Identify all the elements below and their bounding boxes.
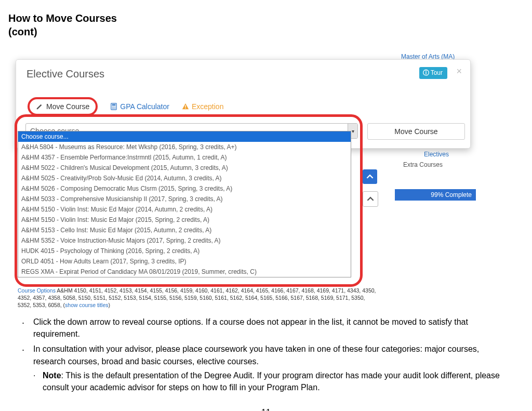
progress-bar: 99% Complete: [395, 189, 476, 201]
scroll-up-button-2[interactable]: [363, 191, 378, 207]
electives-link[interactable]: Electives: [424, 151, 449, 158]
dropdown-option[interactable]: HUDK 4015 - Psychology of Thinking (2016…: [18, 246, 351, 256]
dropdown-option[interactable]: A&HA 5804 - Museums as Resource: Met Wks…: [18, 142, 351, 152]
exception-link[interactable]: Exception: [182, 102, 223, 111]
tour-button[interactable]: Tour: [419, 67, 447, 79]
svg-point-3: [113, 107, 114, 108]
calculator-icon: [110, 103, 117, 110]
dropdown-option[interactable]: A&HM 5022 - Children's Musical Developme…: [18, 163, 351, 173]
dropdown-option[interactable]: A&HM 5352 - Voice Instruction-Music Majo…: [18, 235, 351, 246]
action-row: Move Course GPA Calculator Exception: [28, 97, 223, 116]
move-course-action[interactable]: Move Course: [28, 97, 98, 116]
course-options-text: Course Options A&HM 4150, 4151, 4152, 41…: [18, 287, 376, 309]
dropdown-option[interactable]: Choose course...: [18, 131, 351, 142]
course-dropdown-list[interactable]: Choose course... A&HA 5804 - Museums as …: [18, 131, 351, 277]
chevron-up-icon: [366, 173, 374, 180]
show-course-titles-link[interactable]: show course titles: [65, 302, 108, 308]
list-item: In consultation with your advisor, pleas…: [33, 343, 511, 393]
move-course-button[interactable]: Move Course: [367, 123, 465, 140]
warning-icon: [182, 103, 189, 110]
page-heading: How to Move Courses (cont): [8, 11, 524, 38]
svg-point-7: [115, 108, 116, 109]
dropdown-option[interactable]: REGS XMA - Expirat Period of Candidacy M…: [18, 267, 351, 277]
instruction-list: Click the down arrow to reveal course op…: [33, 316, 511, 393]
page-number: 11: [8, 408, 524, 411]
gpa-calculator-link[interactable]: GPA Calculator: [110, 102, 169, 111]
dropdown-option[interactable]: A&HM 5150 - Violin Inst: Music Ed Major …: [18, 215, 351, 225]
dropdown-option[interactable]: ORLD 4051 - How Adults Learn (2017, Spri…: [18, 256, 351, 267]
list-item: Note: This is the default presentation o…: [43, 369, 511, 393]
list-item: Click the down arrow to reveal course op…: [33, 316, 511, 340]
svg-rect-1: [112, 104, 116, 106]
dropdown-option[interactable]: A&HM 5026 - Composing Democratic Mus Cls…: [18, 183, 351, 194]
scroll-up-button[interactable]: [363, 169, 377, 184]
extra-courses-label: Extra Courses: [403, 161, 443, 168]
chevron-up-icon: [367, 195, 374, 203]
panel-title: Elective Courses: [26, 68, 104, 80]
svg-point-4: [115, 107, 116, 108]
dropdown-option[interactable]: A&HM 5025 - Creativity/Prob Solv-Music E…: [18, 173, 351, 183]
svg-point-6: [113, 108, 114, 109]
dropdown-option[interactable]: A&HM 5153 - Cello Inst: Music Ed Major (…: [18, 225, 351, 235]
dropdown-option[interactable]: A&HM 5150 - Violin Inst: Music Ed Major …: [18, 204, 351, 215]
svg-point-2: [112, 107, 113, 108]
pencil-icon: [36, 103, 43, 110]
svg-rect-8: [185, 105, 185, 107]
dropdown-option[interactable]: A&HM 5033 - Comprehensive Musicianship I…: [18, 194, 351, 204]
dropdown-option[interactable]: A&HM 4357 - Ensemble Performance:Instrmn…: [18, 152, 351, 163]
screenshot-figure: Master of Arts (MA) Electives Extra Cour…: [8, 52, 476, 307]
close-icon[interactable]: ×: [456, 66, 462, 77]
svg-point-5: [112, 108, 113, 109]
svg-rect-9: [185, 108, 185, 109]
